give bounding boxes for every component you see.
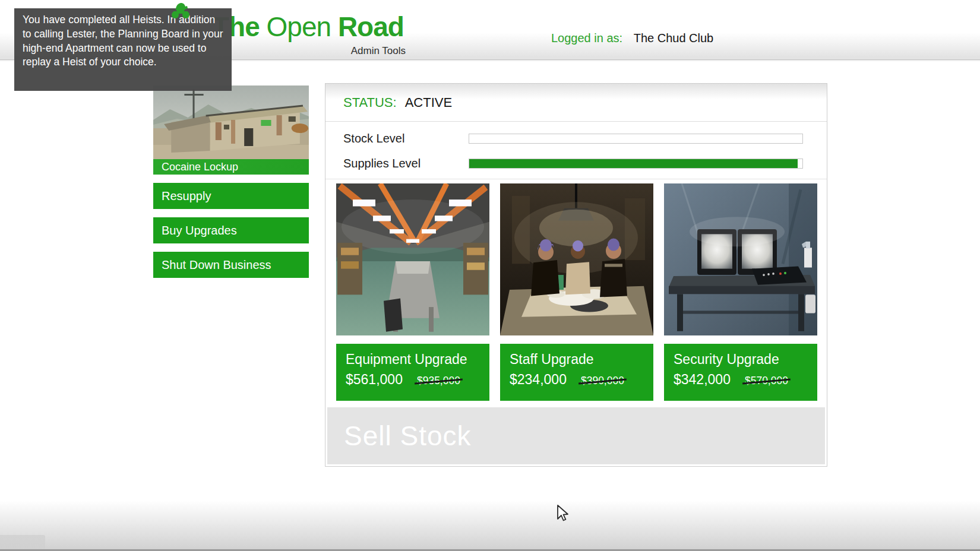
security-monitors-icon — [664, 183, 817, 335]
security-upgrade-card[interactable]: Security Upgrade $342,000 $570,000 — [664, 344, 817, 401]
site-logo[interactable]: The Open Road — [213, 11, 404, 43]
resupply-button[interactable]: Resupply — [153, 183, 309, 209]
buy-upgrades-button[interactable]: Buy Upgrades — [153, 217, 309, 243]
shut-down-business-button[interactable]: Shut Down Business — [153, 252, 309, 278]
security-upgrade-prices: $342,000 $570,000 — [674, 372, 808, 388]
sell-stock-button[interactable]: Sell Stock — [327, 407, 825, 464]
staff-upgrade-card[interactable]: Staff Upgrade $234,000 $390,000 — [500, 344, 653, 401]
logo-word-open: Open — [267, 11, 331, 42]
business-sidebar: Cocaine Lockup Resupply Buy Upgrades Shu… — [153, 86, 309, 278]
staff-upgrade-price: $234,000 — [510, 372, 567, 388]
staff-upgrade-original-price: $390,000 — [581, 375, 624, 387]
status-row: STATUS: ACTIVE — [325, 84, 827, 122]
security-upgrade-image — [664, 183, 817, 335]
business-thumbnail: Cocaine Lockup — [153, 86, 309, 175]
page-bottom-gradient — [0, 501, 980, 551]
notification-tooltip: You have completed all Heists. In additi… — [14, 8, 232, 91]
logged-in-username: The Chud Club — [634, 31, 714, 45]
stock-level-row: Stock Level — [343, 126, 803, 151]
staff-upgrade-column: Staff Upgrade $234,000 $390,000 — [500, 183, 653, 401]
upgrades-section: Equipment Upgrade $561,000 $935,000 — [325, 179, 827, 401]
status-value: ACTIVE — [405, 95, 452, 110]
supplies-level-fill — [469, 159, 798, 168]
equipment-upgrade-card[interactable]: Equipment Upgrade $561,000 $935,000 — [336, 344, 489, 401]
lockup-exterior-icon — [153, 86, 309, 159]
security-upgrade-column: Security Upgrade $342,000 $570,000 — [664, 183, 817, 401]
equipment-upgrade-price: $561,000 — [346, 372, 403, 388]
logged-in-status: Logged in as: The Chud Club — [551, 31, 713, 45]
security-upgrade-title: Security Upgrade — [674, 350, 808, 369]
motorcycle-rider-icon — [170, 1, 191, 19]
stock-level-label: Stock Level — [343, 132, 469, 145]
equipment-upgrade-title: Equipment Upgrade — [346, 350, 480, 369]
supplies-level-row: Supplies Level — [343, 151, 803, 176]
supplies-level-label: Supplies Level — [343, 157, 469, 170]
equipment-room-icon — [336, 183, 489, 335]
staff-working-icon — [500, 183, 653, 335]
logo-word-road: Road — [338, 11, 404, 42]
equipment-upgrade-column: Equipment Upgrade $561,000 $935,000 — [336, 183, 489, 401]
equipment-upgrade-original-price: $935,000 — [417, 375, 460, 387]
equipment-upgrade-prices: $561,000 $935,000 — [346, 372, 480, 388]
page: The Open Road Admin Tools Logged in as: … — [0, 0, 980, 551]
logged-in-label: Logged in as: — [551, 31, 622, 45]
sell-stock-label: Sell Stock — [344, 420, 472, 452]
staff-upgrade-prices: $234,000 $390,000 — [510, 372, 644, 388]
business-panel: STATUS: ACTIVE Stock Level Supplies Leve… — [325, 83, 827, 467]
equipment-upgrade-image — [336, 183, 489, 335]
notification-text: You have completed all Heists. In additi… — [23, 14, 223, 68]
staff-upgrade-image — [500, 183, 653, 335]
staff-upgrade-title: Staff Upgrade — [510, 350, 644, 369]
business-name-label: Cocaine Lockup — [153, 159, 309, 175]
supplies-level-bar — [469, 159, 803, 169]
levels-section: Stock Level Supplies Level — [325, 122, 827, 179]
status-label: STATUS: — [343, 95, 397, 110]
admin-tools-subtitle: Admin Tools — [285, 45, 406, 57]
security-upgrade-original-price: $570,000 — [745, 375, 788, 387]
stock-level-bar — [469, 134, 803, 144]
security-upgrade-price: $342,000 — [674, 372, 731, 388]
